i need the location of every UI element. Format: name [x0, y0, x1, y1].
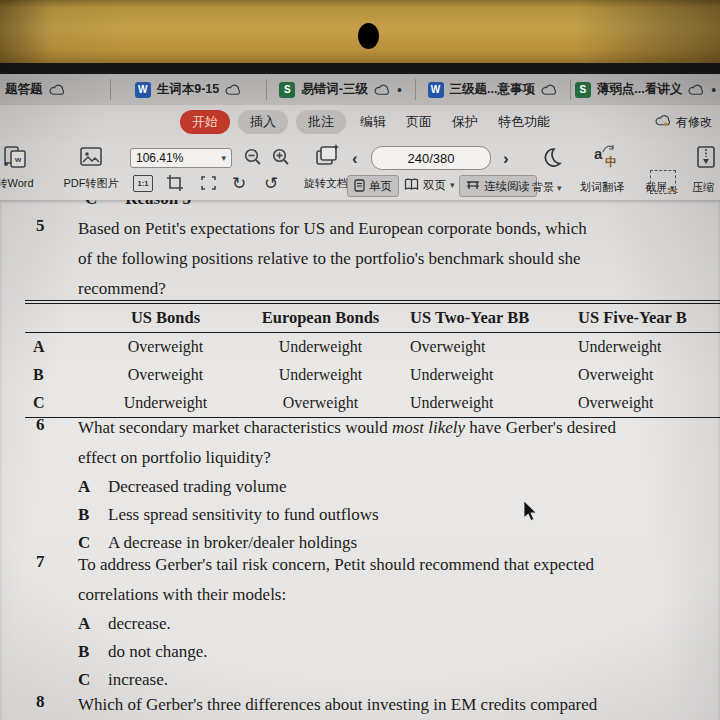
compress-icon[interactable] [695, 145, 717, 173]
zoom-in-button[interactable] [271, 147, 291, 171]
table-header-cell: US Five-Year B [571, 308, 720, 328]
toolbar: w 转Word PDF转图片 106.41% ▾ 1:1 ↻ ↺ [0, 139, 720, 201]
option-letter: A [78, 475, 108, 503]
fit-page-button[interactable] [199, 174, 218, 196]
menu-tab[interactable]: 特色功能 [492, 110, 556, 134]
compress-button[interactable]: 压缩 [692, 180, 714, 195]
translate-icon[interactable]: a 中 [592, 147, 618, 171]
row-option-letter: C [25, 394, 93, 412]
question-5: 5 Based on Petit's expectations for US a… [0, 216, 720, 306]
question-text-line: of the following positions relative to t… [78, 246, 720, 276]
menu-tab[interactable]: 保护 [446, 110, 484, 134]
rotate-document-label: 旋转文档 [304, 176, 348, 191]
crop-page-button[interactable] [166, 174, 185, 196]
writer-doc-icon: W [428, 82, 444, 98]
table-cell: Overweight [238, 394, 403, 412]
previous-page-button[interactable]: ‹ [352, 150, 358, 167]
option-text: do not change. [108, 640, 208, 668]
zoom-level-value: 106.41% [136, 151, 183, 165]
answer-option: Bdo not change. [78, 640, 720, 668]
question-text-line: Based on Petit's expectations for US and… [78, 216, 720, 246]
question-number: 6 [36, 415, 45, 435]
row-option-letter: B [25, 366, 93, 384]
pdf-to-image-label: PDF转图片 [64, 176, 119, 191]
pdf-to-word-label: 转Word [0, 176, 34, 191]
background-icon[interactable] [540, 146, 563, 173]
tab-title: 易错词-三级 [301, 81, 368, 98]
single-page-icon [354, 179, 365, 194]
next-page-button[interactable]: › [503, 150, 509, 167]
pdf-to-word-button[interactable]: w 转Word [0, 145, 46, 191]
pdf-to-word-icon: w [2, 145, 28, 173]
document-tab[interactable]: W生词本9-15 [111, 74, 265, 105]
chevron-down-icon: ▾ [221, 153, 226, 163]
question-6: 6 What secondary market characteristics … [0, 415, 720, 559]
table-cell: Underweight [571, 338, 720, 356]
menu-tab[interactable]: 页面 [400, 110, 438, 134]
document-tab[interactable]: S易错词-三级• [267, 74, 415, 105]
background-button[interactable]: 背景 ▾ [532, 180, 562, 195]
table-row: BOverweightUnderweightUnderweightOverwei… [25, 361, 720, 389]
chevron-down-icon: ▾ [670, 183, 675, 193]
cloud-edit-icon [655, 114, 672, 130]
zoom-out-button[interactable] [243, 147, 263, 171]
screenshot-button[interactable]: 截屏 ▾ [645, 180, 675, 195]
pdf-document-page: CReason 3 5 Based on Petit's expectation… [0, 200, 720, 720]
modified-status[interactable]: 有修改 [655, 114, 712, 131]
option-text: Reason 3 [125, 200, 191, 208]
table-cell: Overweight [93, 338, 238, 356]
menu-tab[interactable]: 批注 [296, 110, 346, 134]
previous-question-option-partial: CReason 3 [85, 200, 191, 209]
table-cell: Underweight [93, 394, 238, 412]
rotate-counterclockwise-icon[interactable]: ↺ [264, 175, 278, 192]
double-page-view-button[interactable]: 双页 ▾ [398, 175, 461, 195]
actual-size-button[interactable]: 1:1 [133, 175, 153, 192]
table-cell: Overweight [403, 338, 571, 356]
cloud-sync-icon [374, 84, 391, 96]
wps-doc-icon: S [279, 82, 295, 98]
pdf-to-image-button[interactable]: PDF转图片 [58, 145, 124, 191]
double-page-label: 双页 [423, 178, 446, 193]
option-letter: B [78, 503, 108, 531]
document-tab[interactable]: W三级题...意事项 [416, 74, 570, 105]
option-text: Less spread sensitivity to fund outflows [108, 503, 379, 531]
cloud-sync-icon [688, 84, 705, 96]
continuous-reading-button[interactable]: 连续阅读 [459, 175, 537, 197]
pdf-to-image-icon [78, 145, 104, 173]
double-page-icon [404, 178, 419, 193]
table-header-cell: US Two-Year BB [403, 308, 571, 328]
screen-top-edge [0, 63, 720, 74]
table-cell: Overweight [93, 366, 238, 384]
document-tab[interactable]: S薄弱点...看讲义• [571, 74, 720, 105]
screenshot-label: 截屏 [645, 181, 667, 193]
chevron-down-icon: ▾ [450, 180, 455, 190]
rotate-clockwise-icon[interactable]: ↻ [232, 175, 246, 192]
page-number-input[interactable]: 240/380 [371, 146, 491, 170]
table-cell: Underweight [238, 338, 403, 356]
menu-tab[interactable]: 编辑 [354, 110, 392, 134]
table-cell: Underweight [403, 394, 571, 412]
tab-title: 题答题 [5, 81, 43, 98]
document-tab[interactable]: 题答题 [0, 74, 110, 105]
single-page-view-button[interactable]: 单页 [347, 175, 399, 197]
table-cell: Overweight [571, 394, 720, 412]
translate-button[interactable]: 划词翻译 [580, 180, 624, 195]
tab-title: 三级题...意事项 [450, 81, 535, 98]
question-number: 7 [36, 552, 45, 572]
menu-tab[interactable]: 开始 [180, 110, 230, 134]
cloud-sync-icon [541, 84, 558, 96]
question-text-line: To address Gerber's tail risk concern, P… [78, 552, 720, 582]
answer-options-table: US BondsEuropean BondsUS Two-Year BBUS F… [25, 300, 720, 418]
table-header-cell: US Bonds [93, 308, 238, 328]
question-number: 5 [36, 216, 45, 236]
menu-tab[interactable]: 插入 [238, 110, 288, 134]
menu-tabs: 开始插入批注编辑页面保护特色功能 [180, 110, 556, 134]
continuous-reading-label: 连续阅读 [484, 179, 530, 194]
compress-label: 压缩 [692, 181, 714, 193]
question-number: 8 [36, 692, 45, 712]
laptop-bezel [0, 0, 720, 63]
zoom-level-select[interactable]: 106.41% ▾ [130, 148, 232, 168]
option-letter: C [85, 200, 97, 208]
unsaved-dot-icon: • [711, 83, 716, 97]
tab-title: 薄弱点...看讲义 [597, 81, 682, 98]
